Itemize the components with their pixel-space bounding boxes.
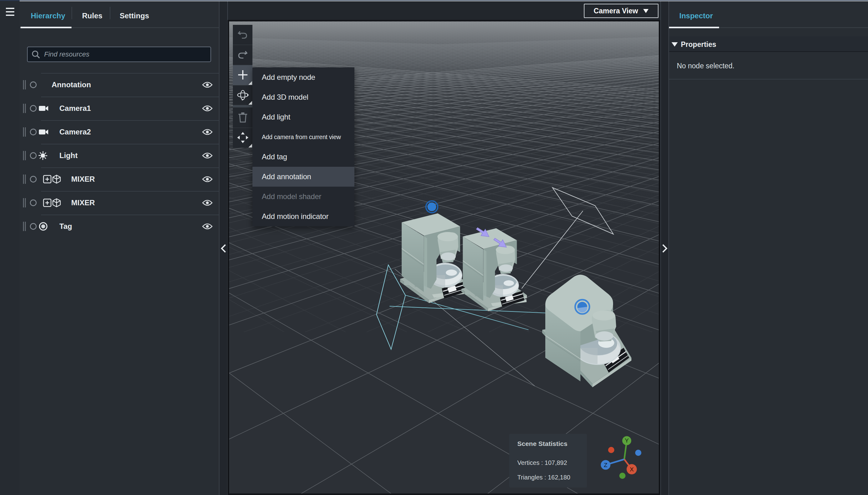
svg-text:Y: Y bbox=[625, 437, 629, 444]
svg-text:Z: Z bbox=[604, 462, 607, 468]
svg-text:X: X bbox=[630, 466, 634, 473]
